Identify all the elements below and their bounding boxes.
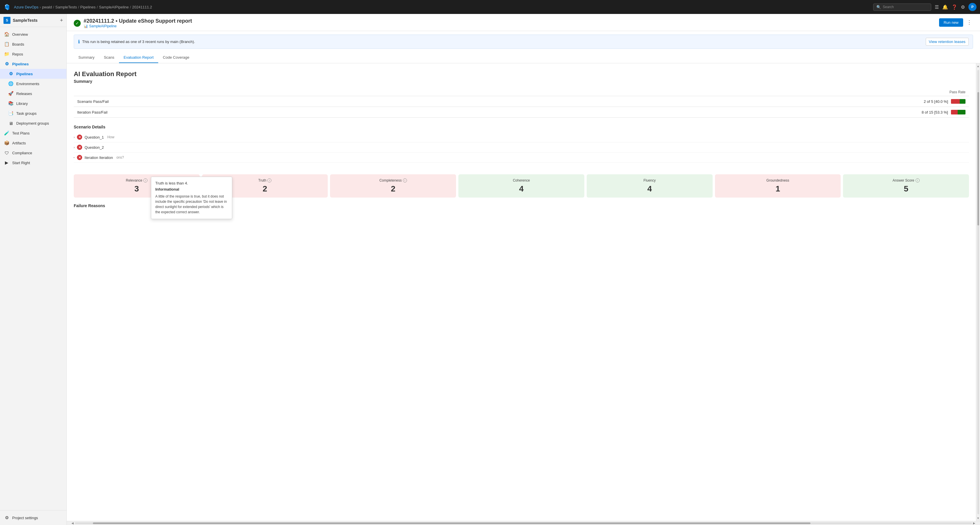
sidebar-item-pipelines-header[interactable]: ⚙ Pipelines xyxy=(0,59,67,69)
horizontal-scroll-track[interactable] xyxy=(75,522,972,524)
sidebar-label-project-settings: Project settings xyxy=(12,516,38,520)
fluency-label: Fluency xyxy=(644,179,656,182)
truth-text: Truth xyxy=(258,179,266,182)
project-name: SampleTests xyxy=(13,18,37,23)
sidebar-item-environments[interactable]: 🌐 Environments xyxy=(0,79,67,89)
groundedness-value: 1 xyxy=(776,184,780,193)
search-box[interactable]: 🔍 Search xyxy=(873,3,931,11)
table-row: Iteration Pass/Fail 8 of 15 [53.3 %] xyxy=(74,107,969,118)
sidebar-item-releases[interactable]: 🚀 Releases xyxy=(0,89,67,99)
project-icon: S xyxy=(3,17,10,24)
tabs-bar: Summary Scans Evaluation Report Code Cov… xyxy=(67,52,980,63)
q1-hint: How xyxy=(107,135,115,139)
settings-icon[interactable]: ⚙ xyxy=(961,4,965,10)
table-row: Scenario Pass/Fail 2 of 5 [40.0 %] xyxy=(74,96,969,107)
breadcrumb-org[interactable]: SampleTests xyxy=(55,5,76,9)
bar-pass-portion xyxy=(960,99,966,104)
sidebar-item-overview[interactable]: 🏠 Overview xyxy=(0,29,67,39)
user-avatar[interactable]: P xyxy=(968,3,977,11)
scroll-right-arrow[interactable]: ▶ xyxy=(972,522,977,525)
vertical-scroll-track[interactable] xyxy=(977,70,979,514)
score-card-groundedness: Groundedness 1 xyxy=(715,174,841,198)
breadcrumb-pipeline[interactable]: SampleAIPipeline xyxy=(99,5,129,9)
score-card-answer-score: Answer Score i 5 xyxy=(843,174,969,198)
sidebar-header: S SampleTests + xyxy=(0,14,67,27)
coherence-value: 4 xyxy=(519,184,524,193)
truth-info-icon[interactable]: i xyxy=(267,179,271,182)
add-project-button[interactable]: + xyxy=(60,18,63,24)
sidebar-item-repos[interactable]: 📁 Repos xyxy=(0,49,67,59)
q1-chevron[interactable]: › xyxy=(74,136,75,139)
iteration-passfail-label: Iteration Pass/Fail xyxy=(74,107,611,118)
q2-chevron[interactable]: › xyxy=(74,146,75,149)
view-retention-leases-button[interactable]: View retention leases xyxy=(926,38,969,46)
breadcrumb-app[interactable]: Azure DevOps xyxy=(14,5,38,9)
sidebar-label-releases: Releases xyxy=(16,91,32,96)
main-content: ✓ #20241111.2 • Update eShop Support rep… xyxy=(67,14,980,525)
sidebar-project: S SampleTests xyxy=(3,17,37,24)
run-success-icon: ✓ xyxy=(74,20,81,27)
iteration-chevron[interactable]: › xyxy=(73,157,76,158)
run-description: Update eShop Support report xyxy=(119,18,192,24)
pipeline-name: SampleAIPipeline xyxy=(89,24,117,28)
artifacts-icon: 📦 xyxy=(4,140,9,145)
sidebar-item-compliance[interactable]: 🛡 Compliance xyxy=(0,148,67,158)
tooltip-description: A little of the response is true, but it… xyxy=(155,194,228,215)
answer-score-text: Answer Score xyxy=(892,179,915,182)
sidebar-item-task-groups[interactable]: 📑 Task groups xyxy=(0,109,67,118)
report-scroll-area: AI Evaluation Report Summary Pass Rate xyxy=(67,63,976,521)
answer-score-info-icon[interactable]: i xyxy=(916,179,920,182)
completeness-info-icon[interactable]: i xyxy=(403,179,407,182)
sidebar-item-project-settings[interactable]: ⚙ Project settings xyxy=(0,513,67,523)
run-new-button[interactable]: Run new xyxy=(939,18,963,27)
truth-value: 2 xyxy=(263,184,267,193)
tab-summary[interactable]: Summary xyxy=(74,52,99,63)
sidebar: S SampleTests + 🏠 Overview 📋 Boards 📁 Re… xyxy=(0,14,67,525)
scroll-up-arrow[interactable]: ▲ xyxy=(976,63,980,69)
pipeline-small-icon: 📊 xyxy=(84,24,88,28)
groundedness-text: Groundedness xyxy=(766,179,789,182)
completeness-label: Completeness i xyxy=(379,179,407,182)
breadcrumb-pipelines[interactable]: Pipelines xyxy=(80,5,96,9)
sidebar-item-test-plans[interactable]: 🧪 Test Plans xyxy=(0,128,67,138)
score-card-fluency: Fluency 4 xyxy=(587,174,713,198)
pipelines-header-icon: ⚙ xyxy=(4,61,9,67)
iteration-hint: ons? xyxy=(116,155,124,160)
report-title: AI Evaluation Report xyxy=(74,70,969,78)
sidebar-item-deployment-groups[interactable]: 🖥 Deployment groups xyxy=(0,118,67,128)
sidebar-item-start-right[interactable]: ▶ Start Right xyxy=(0,158,67,168)
info-icon: ℹ xyxy=(78,39,80,45)
report-area: AI Evaluation Report Summary Pass Rate xyxy=(67,63,976,227)
more-options-button[interactable]: ⋮ xyxy=(966,18,973,27)
tab-scans[interactable]: Scans xyxy=(99,52,119,63)
breadcrumb-project[interactable]: pwald xyxy=(42,5,52,9)
tab-evaluation-report[interactable]: Evaluation Report xyxy=(119,52,158,63)
pipeline-link[interactable]: 📊 SampleAIPipeline xyxy=(84,24,192,28)
sidebar-item-library[interactable]: 📚 Library xyxy=(0,99,67,109)
tab-code-coverage[interactable]: Code Coverage xyxy=(158,52,194,63)
scenario-q1: › ✕ Question_1 How xyxy=(74,132,969,142)
sidebar-item-pipelines[interactable]: ⚙ Pipelines xyxy=(0,69,67,79)
pass-rate-header: Pass Rate xyxy=(611,88,969,96)
top-nav-right: 🔍 Search ☰ 🔔 ❓ ⚙ P xyxy=(873,3,977,11)
sidebar-item-boards[interactable]: 📋 Boards xyxy=(0,39,67,49)
run-separator: • xyxy=(116,18,119,24)
q1-status-icon: ✕ xyxy=(77,134,82,140)
scroll-left-arrow[interactable]: ◀ xyxy=(70,522,75,525)
q2-status-icon: ✕ xyxy=(77,145,82,150)
answer-score-value: 5 xyxy=(904,184,908,193)
sidebar-label-test-plans: Test Plans xyxy=(12,131,30,136)
tooltip-rule: Truth is less than 4. xyxy=(155,181,228,185)
scenario-passfail-text: 2 of 5 [40.0 %] xyxy=(924,99,948,104)
breadcrumb-run[interactable]: 20241111.2 xyxy=(132,5,152,9)
scenario-iteration: › ✕ Iteration Iteration ons? xyxy=(74,153,969,163)
deployment-groups-icon: 🖥 xyxy=(8,121,13,126)
scroll-down-arrow[interactable]: ▼ xyxy=(976,515,980,521)
truth-label: Truth i xyxy=(258,179,272,182)
sidebar-label-compliance: Compliance xyxy=(12,151,32,155)
sidebar-item-artifacts[interactable]: 📦 Artifacts xyxy=(0,138,67,148)
list-icon[interactable]: ☰ xyxy=(935,4,939,10)
help-icon[interactable]: ❓ xyxy=(951,4,957,10)
relevance-info-icon[interactable]: i xyxy=(143,179,148,182)
bell-icon[interactable]: 🔔 xyxy=(942,4,948,10)
